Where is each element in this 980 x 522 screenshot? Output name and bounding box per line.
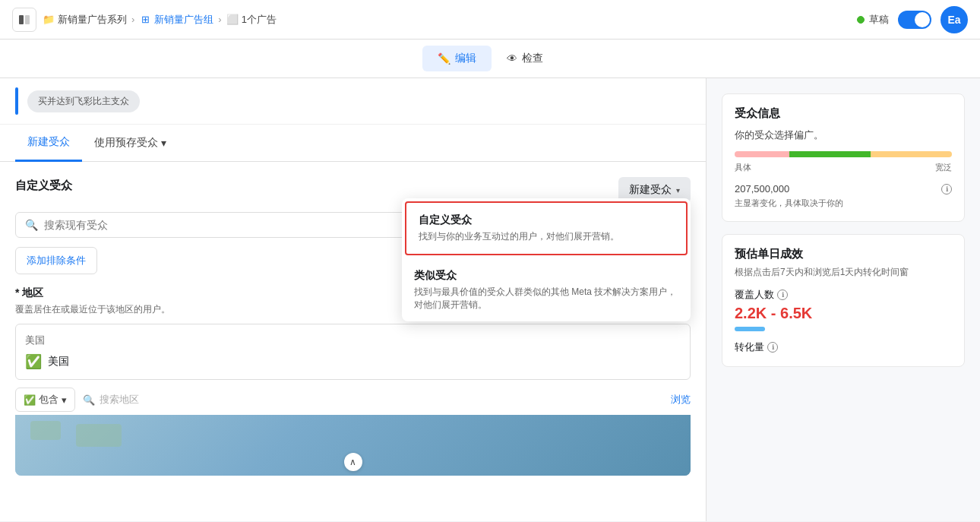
breadcrumb-campaign[interactable]: 📁 新销量广告系列 [43, 13, 127, 27]
location-tag: ✅ 美国 [25, 353, 681, 370]
browse-link[interactable]: 浏览 [671, 393, 691, 407]
custom-audience-option-title: 自定义受众 [419, 214, 674, 227]
conversion-label: 转化量 ℹ [735, 340, 952, 354]
dropdown-arrow-icon: ▾ [161, 137, 166, 149]
edit-inspect-tabs: ✏️ 编辑 👁 检查 [0, 40, 980, 78]
breadcrumb-sep-1: › [131, 14, 134, 25]
lookalike-audience-option-title: 类似受众 [414, 269, 678, 283]
audience-size-note: 主显著变化，具体取决于你的 [735, 198, 952, 209]
add-exclude-button[interactable]: 添加排除条件 [15, 247, 97, 274]
left-top-banner: 买并达到飞彩比主支众 [0, 78, 706, 125]
audience-spectrum-bar [735, 151, 952, 157]
lookalike-audience-option-desc: 找到与最具价值的受众人群类似的其他 Meta 技术解决方案用户，对他们展开营销。 [414, 286, 678, 312]
svg-rect-1 [25, 15, 30, 24]
search-icon: 🔍 [25, 219, 38, 231]
spec-yellow [871, 151, 952, 157]
coverage-label: 覆盖人数 ℹ [735, 288, 952, 302]
left-panel: 买并达到飞彩比主支众 新建受众 使用预存受众 ▾ 自定义受众 新建受众 ▾ [0, 78, 707, 521]
coverage-value: 2.2K - 6.5K [735, 305, 952, 322]
breadcrumb: 📁 新销量广告系列 › ⊞ 新销量广告组 › ⬜ 1个广告 [43, 13, 277, 27]
custom-audience-title: 自定义受众 [15, 179, 72, 193]
audience-tabs: 新建受众 使用预存受众 ▾ [0, 125, 706, 162]
tab-edit[interactable]: ✏️ 编辑 [422, 46, 492, 71]
audience-info-section: 受众信息 你的受众选择偏广。 具体 宽泛 207,500,000 ℹ 主显著变化… [722, 93, 965, 222]
check-icon: ✅ [25, 353, 42, 370]
sidebar-toggle[interactable] [12, 8, 36, 32]
location-box-header: 美国 [25, 334, 681, 347]
top-bar: 📁 新销量广告系列 › ⊞ 新销量广告组 › ⬜ 1个广告 草稿 E [0, 0, 980, 40]
conversion-info-icon: ℹ [767, 342, 778, 353]
left-content: 自定义受众 新建受众 ▾ 🔍 添加排除条件 * 地区 覆盖居住在或最近位于该地区… [0, 162, 706, 491]
pencil-icon: ✏️ [438, 52, 450, 65]
draft-status: 草稿 [857, 13, 889, 27]
tab-inspect[interactable]: 👁 检查 [492, 46, 558, 71]
location-name: 美国 [48, 355, 69, 369]
location-footer: ✅ 包含 ▾ 🔍 搜索地区 浏览 [15, 388, 691, 412]
map-chevron-icon[interactable]: ∧ [344, 453, 362, 471]
right-panel: 受众信息 你的受众选择偏广。 具体 宽泛 207,500,000 ℹ 主显著变化… [707, 78, 980, 521]
spec-red [735, 151, 789, 157]
main-layout: 买并达到飞彩比主支众 新建受众 使用预存受众 ▾ 自定义受众 新建受众 ▾ [0, 78, 980, 521]
coverage-info-icon: ℹ [777, 289, 788, 300]
tab-new-audience[interactable]: 新建受众 [15, 125, 82, 162]
new-audience-dropdown: 自定义受众 找到与你的业务互动过的用户，对他们展开营销。 类似受众 找到与最具价… [402, 198, 691, 321]
spec-green [789, 151, 871, 157]
map-area: ∧ [15, 415, 691, 476]
daily-results-title: 预估单日成效 [735, 247, 952, 261]
audience-info-title: 受众信息 [735, 106, 952, 121]
include-check-icon: ✅ [24, 394, 36, 406]
toggle-switch[interactable] [898, 11, 931, 29]
search-region-icon: 🔍 [83, 394, 95, 406]
breadcrumb-ad[interactable]: ⬜ 1个广告 [226, 13, 277, 27]
audience-info-desc: 你的受众选择偏广。 [735, 128, 952, 142]
tab-saved-audience[interactable]: 使用预存受众 ▾ [82, 125, 179, 160]
top-bar-right: 草稿 Ea [857, 6, 968, 33]
include-dropdown-icon: ▾ [62, 394, 67, 406]
eye-icon: 👁 [507, 52, 517, 65]
breadcrumb-sep-2: › [218, 14, 221, 25]
reach-info-icon: ℹ [941, 182, 952, 195]
dropdown-lookalike-audience[interactable]: 类似受众 找到与最具价值的受众人群类似的其他 Meta 技术解决方案用户，对他们… [402, 258, 691, 322]
custom-audience-option-desc: 找到与你的业务互动过的用户，对他们展开营销。 [419, 230, 674, 243]
daily-results-desc: 根据点击后7天内和浏览后1天内转化时间窗 [735, 266, 952, 279]
dropdown-custom-audience[interactable]: 自定义受众 找到与你的业务互动过的用户，对他们展开营销。 [405, 201, 688, 255]
spec-labels: 具体 宽泛 [735, 162, 952, 173]
location-box: 美国 ✅ 美国 [15, 324, 691, 380]
daily-results-section: 预估单日成效 根据点击后7天内和浏览后1天内转化时间窗 覆盖人数 ℹ 2.2K … [722, 234, 965, 367]
coverage-bar [735, 327, 765, 331]
status-dot [857, 16, 865, 24]
breadcrumb-adgroup[interactable]: ⊞ 新销量广告组 [139, 13, 213, 27]
svg-rect-0 [19, 15, 24, 24]
avatar[interactable]: Ea [940, 6, 968, 33]
banner-pill: 买并达到飞彩比主支众 [27, 90, 140, 112]
include-button[interactable]: ✅ 包含 ▾ [15, 388, 75, 412]
top-bar-left: 📁 新销量广告系列 › ⊞ 新销量广告组 › ⬜ 1个广告 [12, 8, 277, 32]
chevron-down-icon: ▾ [676, 186, 680, 195]
search-region-row: 🔍 搜索地区 [75, 388, 671, 411]
reach-row: 207,500,000 ℹ [735, 182, 952, 195]
